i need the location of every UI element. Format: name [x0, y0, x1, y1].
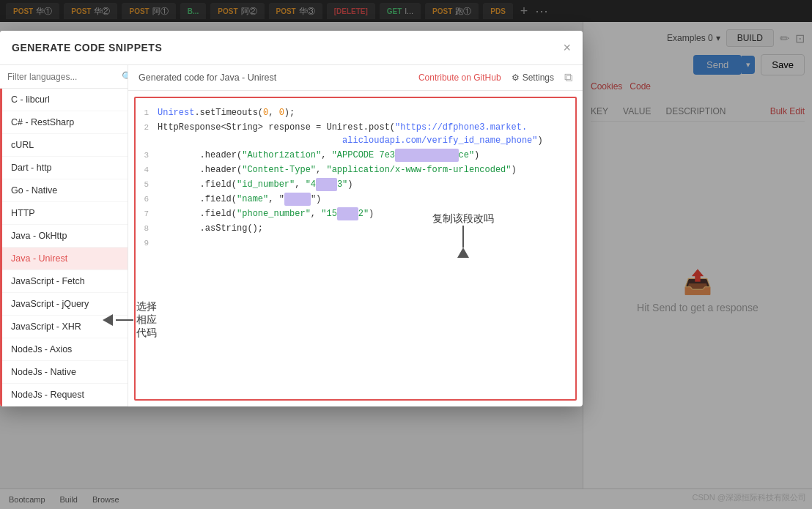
lang-item-nodejs-request[interactable]: NodeJs - Request [2, 384, 128, 406]
gear-icon: ⚙ [512, 73, 520, 83]
code-line-3: 3 .header("Authorization", "APPCODE 7e3█… [136, 148, 575, 163]
code-panel-actions: Contribute on GitHub ⚙ Settings ⧉ [418, 71, 572, 84]
line-content: .asString(); [158, 222, 575, 235]
modal-body: 🔍 C - libcurl C# - RestSharp cURL Dart -… [0, 65, 583, 406]
modal-header: GENERATE CODE SNIPPETS × [0, 31, 583, 65]
settings-button[interactable]: ⚙ Settings [512, 73, 554, 83]
line-number: 6 [136, 193, 158, 206]
line-content: .header("Content-Type", "application/x-w… [158, 163, 575, 177]
lang-item-c-libcurl[interactable]: C - libcurl [2, 89, 128, 111]
lang-item-curl[interactable]: cURL [2, 134, 128, 157]
line-number: 9 [136, 237, 158, 250]
line-content: Unirest.setTimeouts(0, 0); [158, 106, 575, 119]
code-display-area: 1 Unirest.setTimeouts(0, 0); 2 HttpRespo… [134, 97, 577, 401]
lang-item-js-xhr[interactable]: JavaScript - XHR [2, 316, 128, 338]
lang-item-http[interactable]: HTTP [2, 202, 128, 225]
code-line-9: 9 [136, 236, 575, 250]
lang-item-dart-http[interactable]: Dart - http [2, 157, 128, 179]
csdn-watermark: CSDN @深源恒际科技有限公司 [693, 492, 806, 503]
lang-item-js-jquery[interactable]: JavaScript - jQuery [2, 293, 128, 316]
code-line-4: 4 .header("Content-Type", "application/x… [136, 163, 575, 177]
lang-item-js-fetch[interactable]: JavaScript - Fetch [2, 270, 128, 293]
code-line-6: 6 .field("name", "█████") [136, 192, 575, 207]
code-panel-title: Generated code for Java - Unirest [139, 73, 276, 83]
line-number: 8 [136, 222, 158, 235]
line-content: .field("name", "█████") [158, 193, 575, 206]
line-number: 1 [136, 106, 158, 119]
search-icon: 🔍 [122, 71, 128, 82]
language-list: C - libcurl C# - RestSharp cURL Dart - h… [0, 89, 128, 406]
line-number: 5 [136, 178, 158, 191]
code-line-8: 8 .asString(); [136, 221, 575, 236]
line-number: 2 [136, 121, 158, 134]
settings-label: Settings [523, 73, 554, 83]
code-panel-header: Generated code for Java - Unirest Contri… [128, 65, 583, 91]
code-panel: Generated code for Java - Unirest Contri… [128, 65, 583, 406]
line-content: .field("id_number", "4████3") [158, 178, 575, 191]
code-line-1: 1 Unirest.setTimeouts(0, 0); [136, 105, 575, 120]
language-search-input[interactable] [7, 72, 117, 82]
line-content: .field("phone_number", "15████2") [158, 207, 575, 220]
copy-icon[interactable]: ⧉ [564, 71, 572, 84]
lang-item-java-okhttp[interactable]: Java - OkHttp [2, 225, 128, 248]
line-number: 3 [136, 149, 158, 162]
language-search-bar: 🔍 [0, 65, 128, 89]
contribute-github-link[interactable]: Contribute on GitHub [418, 73, 501, 83]
line-number: 4 [136, 163, 158, 177]
line-content: .header("Authorization", "APPCODE 7e3███… [158, 149, 575, 162]
lang-item-go-native[interactable]: Go - Native [2, 179, 128, 202]
line-number: 7 [136, 207, 158, 220]
language-sidebar: 🔍 C - libcurl C# - RestSharp cURL Dart -… [0, 65, 128, 406]
modal-title: GENERATE CODE SNIPPETS [12, 42, 162, 53]
lang-item-nodejs-native[interactable]: NodeJs - Native [2, 361, 128, 384]
generate-code-modal: GENERATE CODE SNIPPETS × 🔍 C - libcurl C… [0, 31, 583, 406]
close-button[interactable]: × [563, 41, 571, 54]
lang-item-csharp-restsharp[interactable]: C# - RestSharp [2, 111, 128, 134]
lang-item-java-unirest[interactable]: Java - Unirest [2, 248, 128, 270]
code-line-5: 5 .field("id_number", "4████3") [136, 177, 575, 192]
lang-item-nodejs-axios[interactable]: NodeJs - Axios [2, 338, 128, 361]
line-content: HttpResponse<String> response = Unirest.… [158, 121, 575, 147]
code-line-7: 7 .field("phone_number", "15████2") [136, 207, 575, 221]
code-line-2: 2 HttpResponse<String> response = Unires… [136, 120, 575, 148]
